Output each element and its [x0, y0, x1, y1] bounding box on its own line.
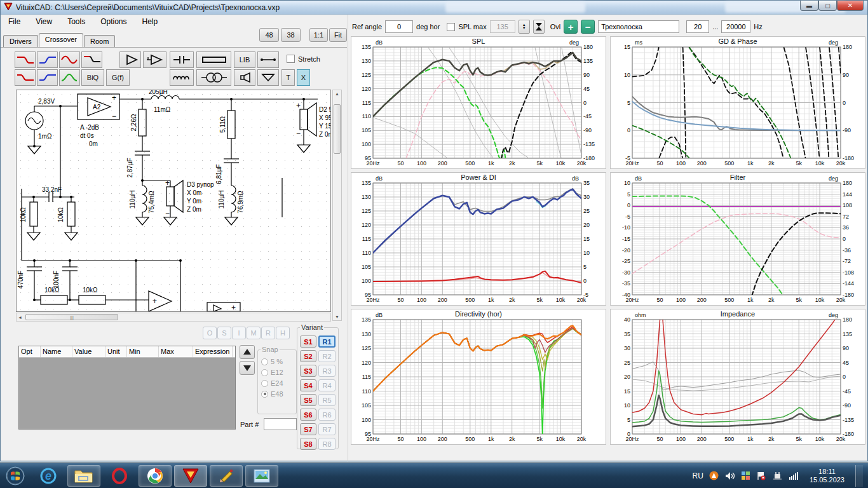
text-tool-button[interactable]: T [281, 69, 295, 86]
overlay-add-button[interactable]: + [564, 20, 578, 34]
allpass-icon-button[interactable] [59, 51, 80, 68]
variant-s8-button[interactable]: S8 [300, 438, 316, 450]
spl-max-checkbox[interactable] [447, 23, 455, 31]
column-header-opt[interactable]: Opt [19, 346, 41, 357]
view-toggle-m[interactable]: M [247, 327, 261, 339]
variant-r2-button[interactable]: R2 [318, 350, 336, 362]
zoom-fit-button[interactable]: Fit [329, 28, 347, 42]
tab-crossover[interactable]: Crossover [39, 33, 83, 47]
menu-file[interactable]: File [2, 16, 27, 27]
taskbar-vituixcad-icon[interactable] [174, 465, 207, 487]
tab-drivers[interactable]: Drivers [3, 35, 38, 47]
ref-angle-input[interactable] [385, 20, 413, 33]
variant-s6-button[interactable]: S6 [300, 409, 316, 421]
delete-tool-button[interactable]: X [297, 69, 310, 86]
menu-help[interactable]: Help [136, 16, 165, 27]
tab-room[interactable]: Room [84, 35, 115, 47]
inductor-110uH-2[interactable] [225, 186, 238, 225]
view-toggle-r[interactable]: R [261, 327, 275, 339]
variant-r4-button[interactable]: R4 [318, 379, 336, 391]
minimize-button[interactable]: ▬ [800, 1, 818, 11]
transformer-icon-button[interactable] [196, 69, 231, 86]
freq-min-input[interactable] [686, 20, 709, 33]
show-desktop-button[interactable] [855, 465, 863, 487]
variant-s5-button[interactable]: S5 [300, 394, 316, 406]
resistor-icon-button[interactable] [196, 51, 231, 68]
start-button[interactable] [1, 465, 29, 487]
variant-s1-button[interactable]: S1 [300, 336, 316, 348]
horn-stage[interactable] [136, 180, 183, 225]
buffer-icon-button[interactable] [119, 51, 141, 68]
inductor-205uH[interactable] [151, 96, 318, 100]
power-icon[interactable] [773, 471, 783, 481]
action-center-icon[interactable] [757, 471, 767, 481]
spl-max-spinner[interactable]: ▲▼ [519, 20, 530, 34]
ground-icon-button[interactable] [257, 69, 279, 86]
variant-s4-button[interactable]: S4 [300, 379, 316, 391]
resistor-2r26[interactable] [139, 99, 146, 151]
column-header-value[interactable]: Value [72, 346, 105, 357]
volume-icon[interactable] [725, 471, 735, 481]
clock[interactable]: 18:11 15.05.2023 [804, 468, 850, 484]
snap-option-E12[interactable]: E12 [261, 369, 293, 376]
windows-update-icon[interactable] [741, 471, 751, 481]
overlay-remove-button[interactable]: − [581, 20, 595, 34]
title-bar[interactable]: VituixCAD: C:\Users\Сергей\Documents\Vit… [1, 1, 867, 15]
peak-icon-button[interactable] [59, 69, 80, 86]
part-number-input[interactable] [264, 418, 297, 430]
height-button[interactable]: 38 [281, 28, 301, 42]
variant-s2-button[interactable]: S2 [300, 350, 316, 362]
opamp-icon-button[interactable] [143, 51, 166, 68]
variant-r8-button[interactable]: R8 [318, 438, 336, 450]
maximize-button[interactable]: ▢ [818, 1, 837, 11]
capacitor-icon-button[interactable] [170, 51, 194, 68]
highshelf-icon-button[interactable] [37, 69, 58, 86]
autoscale-button[interactable] [533, 20, 545, 34]
freq-max-input[interactable] [721, 20, 750, 33]
lowpass-icon-button[interactable] [15, 51, 36, 68]
variant-s7-button[interactable]: S7 [300, 423, 316, 435]
snap-option-E24[interactable]: E24 [261, 379, 293, 387]
variant-r6-button[interactable]: R6 [318, 409, 336, 421]
move-down-button[interactable] [240, 361, 255, 375]
schematic-canvas[interactable]: 2,83V 1mΩ A2 +− A -2dB dt 0s 0m 205µH 11… [16, 90, 331, 312]
stretch-checkbox[interactable] [287, 55, 295, 63]
library-button[interactable]: LIB [234, 51, 255, 68]
inductor-icon-button[interactable] [170, 69, 194, 86]
snap-option-5%[interactable]: 5 % [261, 358, 293, 365]
updater-icon[interactable] [709, 471, 719, 481]
zoom-1to1-button[interactable]: 1:1 [309, 28, 328, 42]
language-indicator[interactable]: RU [693, 471, 703, 480]
view-toggle-s[interactable]: S [217, 327, 231, 339]
gain-function-button[interactable]: G(f) [106, 69, 130, 86]
stretch-checkbox-row[interactable]: Stretch [287, 55, 320, 63]
capacitor-2u87[interactable] [135, 151, 150, 180]
schematic-hscrollbar[interactable]: ◄ ||| [16, 313, 331, 322]
network-icon[interactable] [789, 471, 799, 481]
snap-option-E48[interactable]: E48 [261, 390, 293, 398]
taskbar-ie-icon[interactable]: e [32, 465, 65, 487]
shelf-icon-button[interactable] [81, 51, 102, 68]
resistor-5r11[interactable] [227, 99, 235, 159]
speaker-icon-button[interactable] [234, 69, 255, 86]
biquad-button[interactable]: BiQ [81, 69, 104, 86]
view-toggle-i[interactable]: I [232, 327, 246, 339]
taskbar-explorer-icon[interactable] [67, 465, 100, 487]
menu-options[interactable]: Options [94, 16, 133, 27]
taskbar-chrome-icon[interactable] [139, 465, 172, 487]
move-up-button[interactable] [240, 345, 255, 359]
capacitor-6u81[interactable] [224, 159, 239, 186]
taskbar-photos-icon[interactable] [245, 465, 278, 487]
width-button[interactable]: 48 [259, 28, 279, 42]
lowshelf-icon-button[interactable] [15, 69, 36, 86]
column-header-max[interactable]: Max [159, 346, 193, 357]
wire-button[interactable] [257, 51, 279, 68]
variant-r1-button[interactable]: R1 [318, 336, 336, 348]
view-toggle-h[interactable]: H [276, 327, 290, 339]
view-toggle-o[interactable]: O [203, 327, 217, 339]
column-header-min[interactable]: Min [127, 346, 159, 357]
taskbar-opera-icon[interactable] [103, 465, 136, 487]
highpass-icon-button[interactable] [37, 51, 58, 68]
variant-r5-button[interactable]: R5 [318, 394, 336, 406]
variant-r3-button[interactable]: R3 [318, 365, 336, 377]
